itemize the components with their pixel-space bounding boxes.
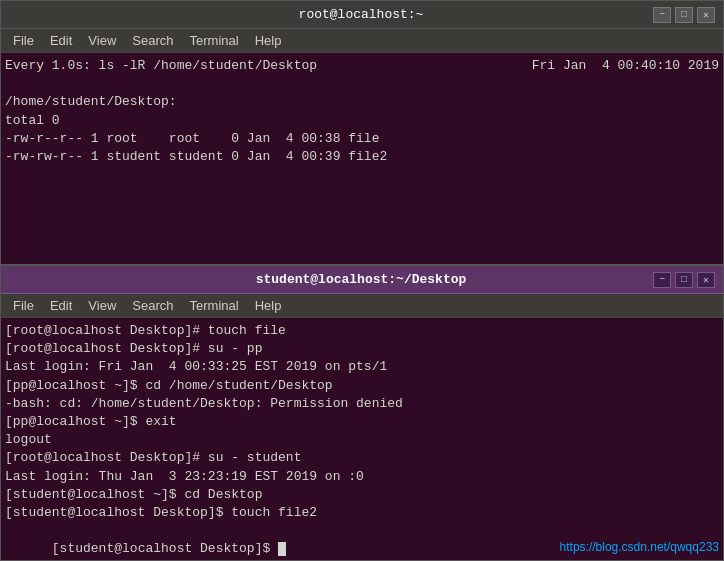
cmd-line-6: logout: [5, 431, 719, 449]
cmd-line-5: [pp@localhost ~]$ exit: [5, 413, 719, 431]
menu-terminal-top[interactable]: Terminal: [182, 33, 247, 48]
cmd-line-0: [root@localhost Desktop]# touch file: [5, 322, 719, 340]
blank-line-1: [5, 75, 719, 93]
top-minimize-button[interactable]: −: [653, 7, 671, 23]
cmd-line-8: Last login: Thu Jan 3 23:23:19 EST 2019 …: [5, 468, 719, 486]
menu-view-top[interactable]: View: [80, 33, 124, 48]
bottom-menubar: File Edit View Search Terminal Help: [1, 294, 723, 318]
top-window-title: root@localhost:~: [69, 7, 653, 22]
top-close-button[interactable]: ✕: [697, 7, 715, 23]
total-line: total 0: [5, 112, 719, 130]
file-entry-2: -rw-rw-r-- 1 student student 0 Jan 4 00:…: [5, 148, 719, 166]
top-maximize-button[interactable]: □: [675, 7, 693, 23]
menu-file-bottom[interactable]: File: [5, 298, 42, 313]
top-terminal: root@localhost:~ − □ ✕ File Edit View Se…: [0, 0, 724, 265]
menu-view-bottom[interactable]: View: [80, 298, 124, 313]
top-menubar: File Edit View Search Terminal Help: [1, 29, 723, 53]
bottom-window-title: student@localhost:~/Desktop: [69, 272, 653, 287]
terminal-cursor: [278, 542, 286, 556]
watch-header-row: Every 1.0s: ls -lR /home/student/Desktop…: [5, 57, 719, 75]
bottom-close-button[interactable]: ✕: [697, 272, 715, 288]
bottom-title-bar: student@localhost:~/Desktop − □ ✕: [1, 266, 723, 294]
menu-search-bottom[interactable]: Search: [124, 298, 181, 313]
bottom-window-controls: − □ ✕: [653, 272, 715, 288]
menu-search-top[interactable]: Search: [124, 33, 181, 48]
bottom-maximize-button[interactable]: □: [675, 272, 693, 288]
cmd-line-7: [root@localhost Desktop]# su - student: [5, 449, 719, 467]
dir-path: /home/student/Desktop:: [5, 93, 719, 111]
top-title-bar: root@localhost:~ − □ ✕: [1, 1, 723, 29]
cmd-line-1: [root@localhost Desktop]# su - pp: [5, 340, 719, 358]
cmd-line-4: -bash: cd: /home/student/Desktop: Permis…: [5, 395, 719, 413]
menu-help-top[interactable]: Help: [247, 33, 290, 48]
cmd-line-3: [pp@localhost ~]$ cd /home/student/Deskt…: [5, 377, 719, 395]
top-terminal-content: Every 1.0s: ls -lR /home/student/Desktop…: [1, 53, 723, 264]
bottom-minimize-button[interactable]: −: [653, 272, 671, 288]
menu-help-bottom[interactable]: Help: [247, 298, 290, 313]
menu-edit-top[interactable]: Edit: [42, 33, 80, 48]
top-window-controls: − □ ✕: [653, 7, 715, 23]
watermark: https://blog.csdn.net/qwqq233: [560, 539, 719, 556]
watch-datetime: Fri Jan 4 00:40:10 2019: [532, 57, 719, 75]
menu-edit-bottom[interactable]: Edit: [42, 298, 80, 313]
file-entry-1: -rw-r--r-- 1 root root 0 Jan 4 00:38 fil…: [5, 130, 719, 148]
menu-terminal-bottom[interactable]: Terminal: [182, 298, 247, 313]
watch-command: Every 1.0s: ls -lR /home/student/Desktop: [5, 57, 317, 75]
bottom-terminal: student@localhost:~/Desktop − □ ✕ File E…: [0, 265, 724, 561]
cmd-line-10: [student@localhost Desktop]$ touch file2: [5, 504, 719, 522]
cmd-line-9: [student@localhost ~]$ cd Desktop: [5, 486, 719, 504]
bottom-terminal-content[interactable]: [root@localhost Desktop]# touch file [ro…: [1, 318, 723, 560]
menu-file-top[interactable]: File: [5, 33, 42, 48]
cmd-line-2: Last login: Fri Jan 4 00:33:25 EST 2019 …: [5, 358, 719, 376]
